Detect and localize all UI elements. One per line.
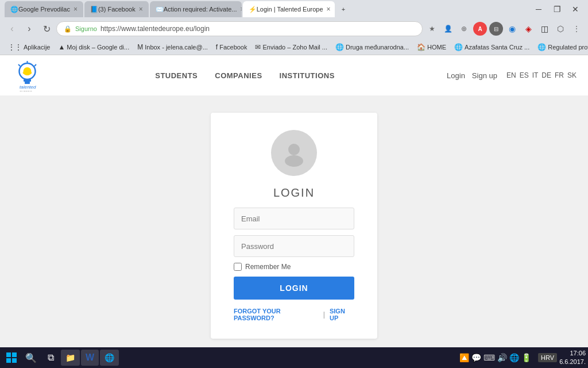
bookmark-google-drive[interactable]: ▲ Moj disk – Google di... xyxy=(55,42,133,52)
taskbar-file-explorer[interactable]: 📁 xyxy=(61,350,80,366)
tray-battery-icon[interactable]: 🔋 xyxy=(521,353,531,362)
nav-right-section: Login Sign up EN ES IT DE FR SK xyxy=(447,71,577,80)
lang-en[interactable]: EN xyxy=(506,71,516,79)
ext-icon-2[interactable]: ⊟ xyxy=(489,22,503,36)
bookmark-inbox[interactable]: M Inbox - jelena.cale@... xyxy=(134,42,211,52)
taskbar-left: 🔍 ⧉ 📁 W 🌐 xyxy=(2,348,119,367)
tab-label: Action required: Activate... xyxy=(164,6,237,13)
signup-link[interactable]: SIGN UP xyxy=(330,308,354,321)
ext-icon-4[interactable]: ◈ xyxy=(521,22,535,36)
ext-icon-5[interactable]: ◫ xyxy=(537,22,551,36)
login-box: LOGIN Remember Me LOGIN FORGOT YOUR PASS… xyxy=(211,113,377,339)
reload-button[interactable]: ↻ xyxy=(39,21,54,36)
svg-rect-22 xyxy=(12,352,17,357)
tab-talented-europe[interactable]: ⚡ Login | Talented Europe × xyxy=(243,1,335,17)
tray-message-icon[interactable]: 💬 xyxy=(471,353,481,362)
bookmark-azafatas[interactable]: 🌐 Azafatas Santa Cruz ... xyxy=(451,42,533,52)
tab-google-translate[interactable]: 🌐 Google Prevodilac × xyxy=(5,1,83,17)
new-tab-button[interactable]: + xyxy=(336,1,353,17)
svg-point-9 xyxy=(288,144,300,155)
forgot-password-link[interactable]: FORGOT YOUR PASSWORD? xyxy=(234,308,319,321)
menu-icon[interactable]: ⋮ xyxy=(570,22,583,36)
search-button[interactable]: 🔍 xyxy=(22,348,40,367)
bookmark-icon: 🌐 xyxy=(454,43,463,51)
bookmark-label: Moj disk – Google di... xyxy=(67,44,129,51)
bookmark-icon: f xyxy=(216,43,218,51)
svg-line-3 xyxy=(18,64,20,66)
password-input[interactable] xyxy=(234,235,354,257)
main-nav-links: STUDENTS COMPANIES INSTITUTIONS xyxy=(155,71,335,80)
language-indicator[interactable]: HRV xyxy=(538,353,557,362)
forward-button[interactable]: › xyxy=(22,21,37,36)
bookmark-druga[interactable]: 🌐 Druga međunarodna... xyxy=(332,42,412,52)
svg-rect-6 xyxy=(25,82,30,84)
tab-facebook[interactable]: 📘 (3) Facebook × xyxy=(84,1,149,17)
close-button[interactable]: ✕ xyxy=(567,3,583,15)
date-display: 6.6.2017. xyxy=(559,358,586,366)
bookmark-home[interactable]: 🏠 HOME xyxy=(413,42,450,52)
nav-students[interactable]: STUDENTS xyxy=(155,71,198,80)
nav-companies[interactable]: COMPANIES xyxy=(215,71,262,80)
windows-logo-icon xyxy=(6,352,17,363)
restore-button[interactable]: ❐ xyxy=(549,3,565,15)
site-logo[interactable]: talented europe xyxy=(11,60,43,91)
tab-close-button[interactable]: × xyxy=(139,5,143,13)
tab-favicon: 📘 xyxy=(90,6,98,13)
avatar-icon xyxy=(280,139,308,167)
remember-checkbox[interactable] xyxy=(234,263,242,271)
address-input[interactable]: 🔒 Sigurno https://www.talentedeurope.eu/… xyxy=(56,21,423,36)
taskbar-chrome[interactable]: 🌐 xyxy=(100,350,119,366)
bookmark-star-icon[interactable]: ★ xyxy=(425,22,439,36)
tab-email[interactable]: ✉️ Action required: Activate... × xyxy=(150,1,242,17)
svg-rect-5 xyxy=(24,79,31,82)
login-title: LOGIN xyxy=(273,186,315,200)
address-icons: ★ 👤 ⊕ A ⊟ ◉ ◈ ◫ ⬡ ⋮ xyxy=(425,22,583,36)
tab-close-button[interactable]: × xyxy=(327,5,331,13)
login-section: LOGIN Remember Me LOGIN FORGOT YOUR PASS… xyxy=(0,95,588,347)
language-selector: EN ES IT DE FR SK xyxy=(506,71,577,79)
nav-institutions[interactable]: INSTITUTIONS xyxy=(280,71,335,80)
lang-de[interactable]: DE xyxy=(541,71,551,79)
bookmark-label: Regulated profession... xyxy=(548,44,588,51)
minimize-button[interactable]: ─ xyxy=(531,3,547,15)
tab-close-button[interactable]: × xyxy=(241,5,242,13)
email-input[interactable] xyxy=(234,208,354,229)
lang-fr[interactable]: FR xyxy=(555,71,564,79)
bookmark-aplikacije[interactable]: ⋮⋮ Aplikacije xyxy=(5,42,53,52)
bookmark-label: HOME xyxy=(427,44,446,51)
lang-es[interactable]: ES xyxy=(520,71,529,79)
lang-it[interactable]: IT xyxy=(532,71,539,79)
ext-icon-6[interactable]: ⬡ xyxy=(554,22,567,36)
bookmark-icon: M xyxy=(137,43,143,51)
svg-text:europe: europe xyxy=(20,90,32,91)
taskbar-word[interactable]: W xyxy=(81,350,99,366)
bookmark-zoho[interactable]: ✉ Enviado – Zoho Mail ... xyxy=(252,42,331,52)
start-button[interactable] xyxy=(2,348,21,367)
tray-sound-icon[interactable]: 🔊 xyxy=(497,353,507,362)
main-content: LOGIN Remember Me LOGIN FORGOT YOUR PASS… xyxy=(0,95,588,347)
tray-arrow-icon[interactable]: 🔼 xyxy=(459,353,469,362)
login-button[interactable]: LOGIN xyxy=(234,277,354,300)
bookmark-icon: 🌐 xyxy=(335,43,344,51)
shield-label: Sigurno xyxy=(75,25,97,32)
back-button[interactable]: ‹ xyxy=(5,21,20,36)
adp-icon[interactable]: A xyxy=(473,22,487,36)
extensions-icon[interactable]: ⊕ xyxy=(457,22,471,36)
svg-point-10 xyxy=(285,155,303,167)
bookmark-label: Druga međunarodna... xyxy=(346,44,409,51)
ext-icon-3[interactable]: ◉ xyxy=(505,22,519,36)
tray-keyboard-icon[interactable]: ⌨ xyxy=(483,353,495,362)
bookmark-regulated[interactable]: 🌐 Regulated profession... xyxy=(534,42,588,52)
tray-network-icon[interactable]: 🌐 xyxy=(509,353,519,362)
nav-signup-link[interactable]: Sign up xyxy=(472,71,497,80)
tab-bar: 🌐 Google Prevodilac × 📘 (3) Facebook × ✉… xyxy=(5,1,353,17)
tab-favicon: ⚡ xyxy=(249,6,257,13)
person-icon[interactable]: 👤 xyxy=(441,22,455,36)
nav-login-link[interactable]: Login xyxy=(447,71,465,80)
task-view-button[interactable]: ⧉ xyxy=(41,348,60,367)
url-text: https://www.talentedeurope.eu/login xyxy=(100,25,210,33)
taskbar: 🔍 ⧉ 📁 W 🌐 🔼 💬 ⌨ 🔊 🌐 🔋 HRV 17:06 6.6.2017… xyxy=(0,347,588,368)
lang-sk[interactable]: SK xyxy=(567,71,577,79)
bookmark-facebook[interactable]: f Facebook xyxy=(212,42,251,52)
tab-close-button[interactable]: × xyxy=(74,5,78,13)
